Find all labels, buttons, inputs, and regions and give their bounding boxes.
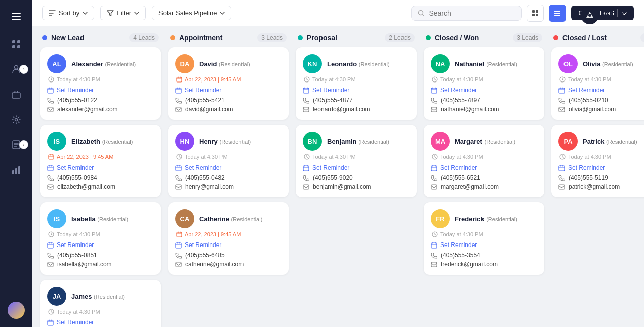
set-reminder-button[interactable]: Set Reminder — [303, 164, 410, 171]
svg-rect-11 — [12, 170, 14, 174]
set-reminder-label: Set Reminder — [312, 164, 349, 171]
sidebar-analytics-icon[interactable] — [8, 162, 24, 178]
card-name-wrap: Margaret (Residential) — [455, 138, 515, 145]
set-reminder-label: Set Reminder — [185, 241, 221, 249]
card-nathaniel: NA Nathaniel (Residential) Today at 4:30… — [424, 47, 544, 120]
set-reminder-button[interactable]: Set Reminder — [431, 87, 537, 94]
sidebar-leads-expand[interactable]: › — [19, 65, 28, 74]
email-address: catherine@gmail.com — [185, 261, 244, 268]
svg-rect-44 — [303, 88, 309, 93]
set-reminder-label: Set Reminder — [57, 241, 94, 249]
phone-number: (405)555-7897 — [441, 97, 480, 104]
card-type: (Residential) — [486, 216, 517, 222]
card-phone: (405)555-9020 — [303, 174, 410, 181]
card-phone: (405)555-0210 — [558, 97, 644, 104]
calendar-icon — [175, 165, 182, 171]
card-type: (Residential) — [358, 139, 389, 145]
set-reminder-button[interactable]: Set Reminder — [431, 164, 537, 171]
phone-icon — [303, 97, 309, 104]
set-reminder-button[interactable]: Set Reminder — [47, 87, 154, 94]
col-title: Closed / Won — [435, 34, 479, 42]
email-address: alexander@gmail.com — [57, 106, 118, 113]
sidebar: › › — [0, 0, 32, 327]
card-actions: Set Reminder — [431, 87, 537, 94]
svg-rect-56 — [431, 243, 437, 248]
card-phone: (405)555-0851 — [47, 252, 154, 259]
card-phone: (405)555-0122 — [47, 97, 154, 104]
card-name-wrap: Benjamin (Residential) — [327, 138, 389, 145]
topbar: Sort by Filter Solar Sales Pipeline — [32, 0, 644, 26]
filter-button[interactable]: Filter — [100, 6, 146, 20]
set-reminder-label: Set Reminder — [57, 164, 94, 171]
pipeline-label: Solar Sales Pipeline — [158, 9, 217, 17]
col-dot — [553, 35, 558, 40]
search-wrapper — [411, 6, 522, 21]
phone-number: (405)555-9020 — [313, 174, 353, 181]
app-logo: ARKA — [581, 6, 634, 24]
pipeline-button[interactable]: Solar Sales Pipeline — [152, 6, 231, 20]
svg-rect-45 — [303, 107, 309, 112]
sidebar-dashboard-icon[interactable] — [8, 36, 24, 52]
sidebar-doc-expand[interactable]: › — [19, 140, 28, 149]
sidebar-briefcase-icon[interactable] — [8, 87, 24, 103]
card-actions: Set Reminder — [47, 164, 154, 171]
grid-view-button[interactable] — [527, 5, 544, 22]
card-time: Today at 4:30 PM — [431, 231, 537, 237]
card-name: Patrick (Residential) — [583, 138, 637, 145]
col-count: 2 Leads — [385, 33, 415, 42]
main-content: Sort by Filter Solar Sales Pipeline — [32, 0, 644, 327]
set-reminder-button[interactable]: Set Reminder — [431, 241, 537, 249]
avatar-olivia: OL — [558, 54, 578, 73]
email-address: henry@gmail.com — [185, 183, 234, 190]
phone-icon — [431, 175, 437, 181]
email-icon — [303, 184, 309, 190]
svg-rect-63 — [559, 185, 565, 189]
email-icon — [175, 184, 182, 190]
set-reminder-button[interactable]: Set Reminder — [558, 164, 644, 171]
svg-rect-25 — [49, 155, 54, 159]
card-phone: (405)555-3554 — [431, 252, 537, 259]
calendar-icon — [303, 87, 309, 94]
avatar-elizabeth: IS — [47, 132, 66, 151]
set-reminder-button[interactable]: Set Reminder — [175, 164, 282, 171]
set-reminder-button[interactable]: Set Reminder — [175, 241, 282, 249]
col-title: Proposal — [307, 34, 337, 42]
card-type: (Residential) — [485, 139, 516, 145]
card-name-wrap: Frederick (Residential) — [455, 215, 517, 223]
card-header-leonardo: KN Leonardo (Residential) — [303, 54, 410, 73]
phone-icon — [175, 175, 182, 181]
phone-number: (405)555-5119 — [569, 174, 608, 181]
set-reminder-label: Set Reminder — [185, 87, 221, 94]
avatar-david: DA — [175, 54, 194, 73]
set-reminder-button[interactable]: Set Reminder — [558, 87, 644, 94]
card-header-catherine: CA Catherine (Residential) — [175, 209, 282, 228]
column-header-closed-lost: Closed / Lost 2 Leads — [551, 33, 644, 42]
set-reminder-button[interactable]: Set Reminder — [47, 164, 154, 171]
list-view-button[interactable] — [549, 5, 566, 22]
card-name-wrap: Elizabeth (Residential) — [71, 138, 133, 145]
set-reminder-button[interactable]: Set Reminder — [47, 319, 154, 326]
calendar-icon — [431, 165, 437, 171]
calendar-icon — [558, 87, 565, 94]
set-reminder-button[interactable]: Set Reminder — [175, 87, 282, 94]
card-phone: (405)555-7897 — [431, 97, 537, 104]
email-address: frederick@gmail.com — [441, 261, 498, 268]
email-icon — [431, 184, 437, 190]
user-avatar[interactable] — [8, 302, 25, 319]
card-header-patrick: PA Patrick (Residential) — [558, 132, 644, 151]
column-appointment: Appointment 3 Leads DA David (Residentia… — [168, 33, 289, 320]
sort-button[interactable]: Sort by — [42, 6, 94, 20]
email-address: patrick@gmail.com — [569, 183, 620, 190]
svg-rect-39 — [176, 185, 181, 189]
card-actions: Set Reminder — [431, 164, 537, 171]
set-reminder-button[interactable]: Set Reminder — [47, 241, 154, 249]
card-time: Today at 4:30 PM — [47, 231, 154, 237]
card-phone: (405)555-0482 — [175, 174, 282, 181]
sidebar-settings-icon[interactable] — [8, 112, 24, 128]
email-address: margaret@gmail.com — [441, 183, 499, 190]
search-input[interactable] — [429, 9, 509, 17]
card-name-wrap: Henry (Residential) — [199, 138, 251, 145]
sidebar-menu-icon[interactable] — [8, 8, 24, 24]
set-reminder-button[interactable]: Set Reminder — [303, 87, 410, 94]
email-address: isabella@gmail.com — [57, 261, 112, 268]
